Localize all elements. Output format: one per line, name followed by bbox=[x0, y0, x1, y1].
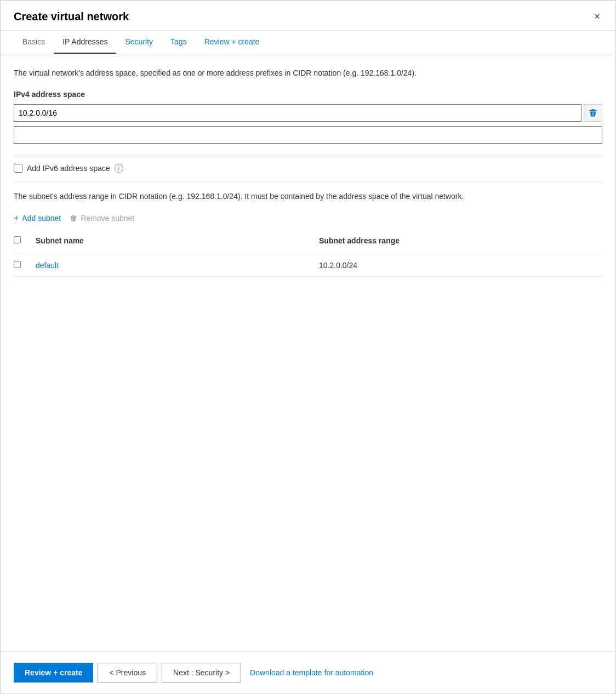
svg-rect-0 bbox=[591, 109, 595, 110]
download-template-link[interactable]: Download a template for automation bbox=[250, 668, 373, 677]
divider-1 bbox=[14, 155, 602, 155]
subnet-name-header: Subnet name bbox=[36, 232, 319, 249]
svg-rect-3 bbox=[70, 216, 77, 217]
subnet-address-range-header: Subnet address range bbox=[319, 232, 602, 249]
dialog-title: Create virtual network bbox=[14, 10, 129, 23]
tab-review-create[interactable]: Review + create bbox=[196, 31, 269, 54]
tab-security[interactable]: Security bbox=[116, 31, 162, 54]
svg-rect-1 bbox=[589, 110, 597, 111]
ipv6-checkbox[interactable] bbox=[14, 164, 22, 173]
subnet-address-range-cell: 10.2.0.0/24 bbox=[319, 254, 602, 276]
main-content: The virtual network's address space, spe… bbox=[1, 54, 615, 651]
add-subnet-label: Add subnet bbox=[22, 214, 61, 223]
ipv6-checkbox-row: Add IPv6 address space i bbox=[14, 164, 602, 173]
subnet-description: The subnet's address range in CIDR notat… bbox=[14, 191, 602, 202]
subnet-name-link[interactable]: default bbox=[36, 261, 59, 270]
next-security-button[interactable]: Next : Security > bbox=[162, 663, 241, 682]
trash-icon bbox=[589, 109, 597, 117]
tab-bar: Basics IP Addresses Security Tags Review… bbox=[1, 31, 615, 54]
plus-icon: + bbox=[14, 213, 19, 223]
create-virtual-network-dialog: Create virtual network × Basics IP Addre… bbox=[0, 0, 616, 694]
footer: Review + create < Previous Next : Securi… bbox=[1, 651, 615, 693]
ipv4-address-input[interactable] bbox=[14, 104, 581, 122]
ipv4-second-input-row bbox=[14, 126, 602, 144]
ipv4-input-row bbox=[14, 104, 602, 122]
add-subnet-button[interactable]: + Add subnet bbox=[14, 213, 61, 223]
tab-ip-addresses[interactable]: IP Addresses bbox=[54, 31, 116, 54]
tab-tags[interactable]: Tags bbox=[162, 31, 196, 54]
row-checkbox[interactable] bbox=[14, 261, 21, 268]
table-row: default 10.2.0.0/24 bbox=[14, 254, 602, 277]
subnet-table-header: Subnet name Subnet address range bbox=[14, 232, 602, 254]
subnet-actions: + Add subnet Remove subnet bbox=[14, 213, 602, 223]
subnet-name-cell: default bbox=[36, 254, 319, 276]
previous-button[interactable]: < Previous bbox=[98, 663, 157, 682]
subnet-table: Subnet name Subnet address range default… bbox=[14, 232, 602, 277]
divider-2 bbox=[14, 181, 602, 182]
svg-rect-2 bbox=[72, 215, 75, 215]
delete-ipv4-button[interactable] bbox=[584, 104, 602, 122]
row-checkbox-cell bbox=[14, 254, 36, 276]
trash-icon-gray bbox=[70, 214, 77, 222]
close-button[interactable]: × bbox=[592, 9, 602, 24]
remove-subnet-label: Remove subnet bbox=[81, 214, 134, 223]
tab-basics[interactable]: Basics bbox=[14, 31, 54, 54]
address-space-description: The virtual network's address space, spe… bbox=[14, 67, 602, 79]
ipv6-checkbox-label[interactable]: Add IPv6 address space bbox=[27, 164, 110, 173]
header-checkbox-col bbox=[14, 232, 36, 249]
ipv6-info-icon[interactable]: i bbox=[115, 164, 123, 173]
ipv4-address-input-2[interactable] bbox=[14, 126, 602, 144]
ipv4-section: IPv4 address space bbox=[14, 90, 602, 144]
dialog-header: Create virtual network × bbox=[1, 1, 615, 31]
remove-subnet-button[interactable]: Remove subnet bbox=[70, 214, 134, 223]
select-all-checkbox[interactable] bbox=[14, 236, 21, 243]
ipv4-label: IPv4 address space bbox=[14, 90, 602, 99]
review-create-button[interactable]: Review + create bbox=[14, 663, 93, 682]
